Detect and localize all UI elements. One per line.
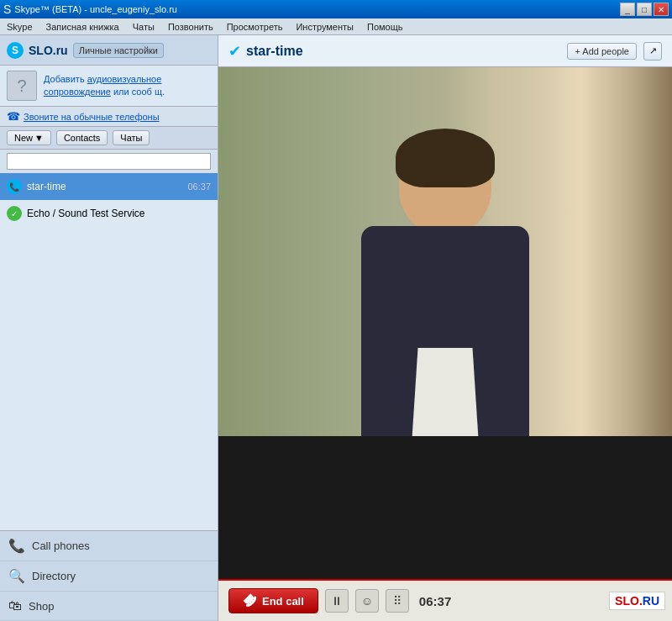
title-bar-left: S Skype™ (BETA) - uncle_eugeniy_slo.ru (3, 3, 177, 16)
camera-button[interactable]: ☺ (355, 589, 379, 613)
slo-text: SLO (615, 594, 639, 608)
person-shirt (391, 348, 500, 436)
end-call-label: End call (262, 595, 304, 608)
status-text: Добавить аудиовизуальное сопровождение и… (44, 73, 165, 99)
window-controls[interactable]: _ □ ✕ (620, 3, 669, 16)
share-button[interactable]: ↗ (643, 42, 662, 61)
call-header-right: + Add people ↗ (567, 42, 662, 61)
contact-star-time[interactable]: 📞 star-time 06:37 (0, 173, 218, 200)
contact-name-echo: Echo / Sound Test Service (27, 208, 211, 219)
menu-chats[interactable]: Чаты (129, 20, 158, 34)
accompany-link[interactable]: сопровождение (44, 87, 111, 97)
main-container: S SLO.ru Личные настройки ? Добавить ауд… (0, 35, 672, 621)
video-lower-dark (218, 436, 672, 579)
call-panel: ✔ star-time + Add people ↗ (218, 35, 672, 621)
contact-echo-icon: ✓ (7, 206, 22, 221)
call-phones-label: Call phones (32, 539, 90, 552)
avatar: ? (7, 71, 37, 101)
pause-icon: ⏸ (331, 594, 343, 608)
sidebar-toolbar: New ▼ Contacts Чаты (0, 127, 218, 150)
directory-icon: 🔍 (8, 568, 25, 584)
menu-notebook[interactable]: Записная книжка (43, 20, 123, 34)
person-figure (319, 117, 571, 436)
pause-button[interactable]: ⏸ (325, 589, 349, 613)
shop-label: Shop (29, 600, 54, 613)
search-box (7, 153, 211, 170)
call-phones-icon: 📞 (8, 538, 25, 554)
call-header: ✔ star-time + Add people ↗ (218, 35, 672, 67)
maximize-button[interactable]: □ (637, 3, 652, 16)
call-name-area: ✔ star-time (228, 42, 303, 61)
contacts-button[interactable]: Contacts (56, 130, 108, 145)
camera-icon: ☺ (361, 594, 373, 608)
phone-promo-text[interactable]: Звоните на обычные телефоны (24, 112, 160, 122)
status-area: ? Добавить аудиовизуальное сопровождение… (0, 66, 218, 107)
window-title: Skype™ (BETA) - uncle_eugeniy_slo.ru (14, 4, 177, 14)
contact-name-star-time: star-time (27, 181, 182, 192)
keypad-icon: ⠿ (393, 594, 402, 608)
sidebar-item-shop[interactable]: 🛍 Shop (0, 592, 218, 621)
chats-button[interactable]: Чаты (113, 130, 150, 145)
minimize-button[interactable]: _ (620, 3, 635, 16)
new-button[interactable]: New ▼ (7, 130, 51, 145)
personal-settings-button[interactable]: Личные настройки (73, 43, 164, 58)
video-area (218, 67, 672, 436)
contact-time-star-time: 06:37 (187, 182, 211, 192)
call-timer: 06:37 (419, 594, 451, 608)
phone-promo-icon: ☎ (7, 110, 20, 123)
person-hair (396, 129, 495, 187)
person-body (361, 226, 529, 436)
slo-ru: RU (643, 594, 659, 608)
sidebar-item-call-phones[interactable]: 📞 Call phones (0, 531, 218, 561)
menu-tools[interactable]: Инструменты (292, 20, 357, 34)
menu-view[interactable]: Просмотреть (223, 20, 286, 34)
title-bar: S Skype™ (BETA) - uncle_eugeniy_slo.ru _… (0, 0, 672, 18)
menu-call[interactable]: Позвонить (165, 20, 217, 34)
audio-link[interactable]: аудиовизуальное (87, 74, 162, 84)
sidebar: S SLO.ru Личные настройки ? Добавить ауд… (0, 35, 218, 621)
shop-icon: 🛍 (8, 598, 22, 613)
video-feed (218, 67, 672, 436)
contact-list: 📞 star-time 06:37 ✓ Echo / Sound Test Se… (0, 173, 218, 530)
sidebar-bottom: 📞 Call phones 🔍 Directory 🛍 Shop (0, 530, 218, 621)
sidebar-item-directory[interactable]: 🔍 Directory (0, 561, 218, 592)
contact-echo-service[interactable]: ✓ Echo / Sound Test Service (0, 200, 218, 227)
contact-phone-icon: 📞 (7, 179, 22, 194)
skype-logo-icon: S (7, 42, 24, 59)
menu-skype[interactable]: Skype (3, 20, 36, 34)
sidebar-header: S SLO.ru Личные настройки (0, 35, 218, 66)
call-status-icon: ✔ (228, 42, 241, 61)
user-name: SLO.ru (29, 44, 68, 57)
call-controls: ☎ End call ⏸ ☺ ⠿ 06:37 ◄ — SLO . RU (218, 579, 672, 621)
end-call-button[interactable]: ☎ End call (228, 588, 318, 613)
search-input[interactable] (7, 153, 211, 170)
slo-logo: SLO . RU (609, 592, 665, 610)
end-call-phone-icon: ☎ (240, 591, 260, 610)
directory-label: Directory (32, 570, 76, 582)
menu-bar: Skype Записная книжка Чаты Позвонить Про… (0, 18, 672, 35)
call-contact-name: star-time (246, 44, 303, 59)
menu-help[interactable]: Помощь (364, 20, 407, 34)
skype-icon: S (3, 3, 11, 16)
close-button[interactable]: ✕ (654, 3, 669, 16)
phone-promo: ☎ Звоните на обычные телефоны (0, 107, 218, 127)
add-people-button[interactable]: + Add people (567, 43, 637, 60)
keypad-button[interactable]: ⠿ (386, 589, 409, 613)
